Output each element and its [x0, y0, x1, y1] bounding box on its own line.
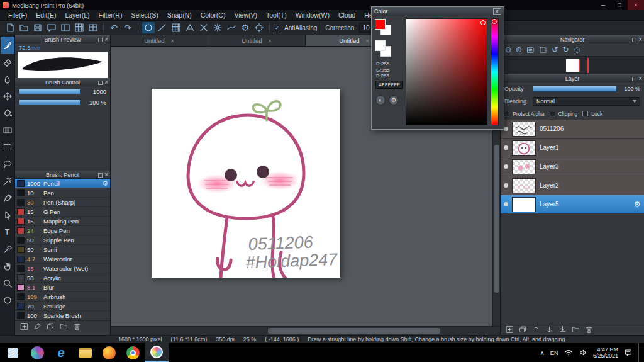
menu-filter[interactable]: Filter(R) — [94, 10, 127, 21]
brush-item-watercolor[interactable]: 4.7 Watercolor — [15, 254, 110, 264]
taskbar-firefox[interactable] — [97, 343, 121, 362]
brush-item-pen[interactable]: 10 Pen — [15, 188, 110, 198]
redo-icon[interactable]: ↷ — [121, 22, 134, 33]
brush-item-smudge[interactable]: 70 Smudge — [15, 302, 110, 311]
menu-window[interactable]: Window(W) — [291, 10, 334, 21]
close-icon[interactable]: × — [104, 80, 108, 85]
protect-alpha-checkbox[interactable] — [504, 111, 509, 116]
maximize-button[interactable]: □ — [611, 0, 628, 10]
popout-icon[interactable] — [98, 173, 103, 178]
brush-item-g-pen[interactable]: 15 G Pen — [15, 207, 110, 217]
foreground-color-swatch[interactable] — [375, 19, 386, 30]
start-button[interactable] — [0, 343, 25, 362]
menu-tool[interactable]: Tool(T) — [262, 10, 291, 21]
magic-wand-tool[interactable] — [1, 173, 14, 189]
eraser-tool[interactable] — [1, 54, 14, 71]
open-file-icon[interactable] — [18, 22, 30, 33]
blending-select[interactable]: Normal — [533, 97, 640, 106]
action-center-icon[interactable] — [624, 348, 633, 357]
lasso-tool[interactable] — [1, 156, 14, 173]
rotate-right-icon[interactable]: ↻ — [562, 46, 569, 54]
popout-icon[interactable] — [632, 77, 636, 81]
menu-select[interactable]: Select(S) — [126, 10, 162, 21]
panel-layout-icon[interactable] — [59, 22, 72, 33]
brush-item-airbrush[interactable]: 189 Airbrush — [15, 292, 110, 302]
comment-icon[interactable] — [45, 22, 58, 33]
duplicate-layer-icon[interactable] — [519, 325, 527, 334]
operation-tool[interactable] — [1, 206, 14, 223]
add-layer-icon[interactable] — [506, 325, 514, 334]
layer-folder-icon[interactable] — [572, 325, 580, 334]
move-layer-up-icon[interactable] — [532, 325, 540, 334]
layer-row-layer1[interactable]: Layer1 — [501, 139, 644, 157]
new-file-icon[interactable] — [4, 22, 16, 33]
taskbar-app-1[interactable] — [25, 343, 49, 362]
snap-cross-icon[interactable] — [197, 22, 210, 33]
hue-slider[interactable] — [491, 18, 499, 125]
grid-view-icon[interactable] — [73, 22, 86, 33]
tab-close-icon[interactable]: × — [170, 38, 174, 44]
taskbar-medibang-active[interactable] — [145, 343, 169, 362]
layer-row-layer5[interactable]: Layer5 ⚙ — [501, 195, 644, 214]
hex-value-field[interactable]: #FFFFFF — [375, 81, 403, 89]
actual-size-icon[interactable] — [539, 46, 547, 54]
brush-item-edge-pen[interactable]: 24 Edge Pen — [15, 226, 110, 235]
rotate-left-icon[interactable]: ↺ — [552, 46, 558, 54]
horizontal-scrollbar[interactable] — [111, 326, 500, 335]
add-brush-icon[interactable] — [20, 322, 28, 331]
layer-visibility-toggle[interactable] — [504, 145, 508, 150]
volume-icon[interactable] — [579, 348, 587, 357]
menu-color[interactable]: Color(C) — [196, 10, 230, 21]
smudge-tool[interactable] — [1, 71, 14, 88]
snap-curve-icon[interactable] — [225, 22, 238, 33]
canvas-document[interactable]: 0511206 #Hoidap247 — [152, 89, 340, 278]
snap-parallel-icon[interactable] — [156, 22, 169, 33]
secondary-color-swatches[interactable] — [374, 40, 393, 59]
undo-icon[interactable]: ↶ — [108, 22, 120, 33]
sv-picker-indicator[interactable] — [480, 20, 486, 25]
snap-radial-icon[interactable] — [211, 22, 224, 33]
brush-item-acrylic[interactable]: 50 Acrylic — [15, 273, 110, 283]
brush-tool[interactable] — [1, 37, 14, 54]
popout-icon[interactable] — [98, 81, 103, 85]
taskbar-explorer[interactable] — [73, 343, 97, 362]
tab-untitled-1[interactable]: Untitled × — [111, 35, 208, 46]
zoom-in-icon[interactable]: ⊕ — [516, 46, 522, 54]
brush-item-watercolor-wet[interactable]: 15 Watercolor (Wet) — [15, 264, 110, 273]
antialiasing-checkbox[interactable]: ✓ — [274, 25, 280, 31]
delete-layer-icon[interactable] — [585, 325, 593, 334]
color-wheel-mode-button[interactable]: ◐ — [375, 95, 386, 105]
color-slider-mode-button[interactable]: ⚙ — [389, 95, 399, 105]
text-tool[interactable]: T — [1, 223, 14, 240]
primary-color-swatches[interactable] — [374, 18, 393, 37]
brush-settings-gear-icon[interactable]: ⚙ — [102, 180, 108, 187]
snap-perspective-icon[interactable] — [184, 22, 196, 33]
brush-item-sumi[interactable]: 50 Sumi — [15, 245, 110, 254]
material-panel-icon[interactable] — [87, 22, 99, 33]
move-tool[interactable] — [1, 88, 14, 105]
clipping-checkbox[interactable] — [550, 111, 555, 116]
snap-off-icon[interactable] — [142, 22, 155, 33]
brush-item-pencil[interactable]: 1000 Pencil ⚙ — [15, 179, 110, 188]
tray-expand-caret-icon[interactable]: ∧ — [540, 349, 544, 356]
color-dialog[interactable]: Color × R:255 G:255 B:255 #FFFFFF ◐ ⚙ — [371, 6, 504, 130]
popout-icon[interactable] — [98, 38, 103, 42]
navigator-preview[interactable] — [501, 56, 644, 74]
save-icon[interactable] — [31, 22, 44, 33]
close-icon[interactable]: × — [104, 173, 108, 178]
shape-tool[interactable] — [1, 291, 14, 308]
close-icon[interactable]: × — [104, 37, 108, 42]
layer-visibility-toggle[interactable] — [504, 183, 508, 188]
tab-close-icon[interactable]: × — [268, 38, 271, 44]
show-desktop-button[interactable] — [638, 343, 641, 362]
layer-row-layer2[interactable]: Layer2 — [501, 176, 644, 195]
taskbar-chrome[interactable] — [121, 343, 145, 362]
tab-untitled-2[interactable]: Untitled × — [208, 35, 306, 46]
tab-close-icon[interactable]: × — [365, 38, 369, 44]
language-indicator[interactable]: EN — [550, 349, 558, 356]
brush-folder-icon[interactable] — [60, 322, 68, 331]
lock-checkbox[interactable] — [582, 111, 588, 116]
brush-item-blur[interactable]: 8.1 Blur — [15, 283, 110, 292]
snap-target-icon[interactable] — [253, 22, 265, 33]
popout-icon[interactable] — [632, 38, 636, 42]
